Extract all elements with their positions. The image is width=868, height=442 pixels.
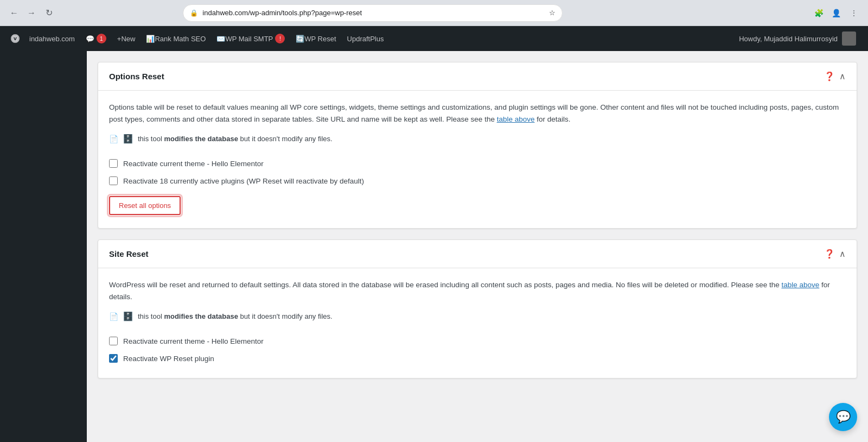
options-reset-checkbox-plugins[interactable] — [109, 176, 118, 185]
forward-button[interactable]: → — [24, 5, 39, 21]
site-reset-help-icon[interactable]: ❓ — [824, 249, 835, 259]
site-reset-description: WordPress will be reset and returned to … — [109, 279, 846, 302]
options-reset-card: Options Reset ❓ ∧ Options table will be … — [98, 62, 857, 229]
options-reset-checkbox-plugins-row: Reactivate 18 currently active plugins (… — [109, 172, 846, 190]
options-reset-body: Options table will be reset to default v… — [98, 91, 857, 228]
admin-bar-comments[interactable]: 💬 1 — [80, 26, 112, 51]
site-reset-checkbox-theme-row: Reactivate current theme - Hello Element… — [109, 332, 846, 350]
user-avatar — [842, 31, 856, 46]
admin-bar-user: Howdy, Mujaddid Halimurrosyid — [733, 31, 861, 46]
options-reset-title: Options Reset — [109, 72, 164, 81]
reload-button[interactable]: ↻ — [41, 5, 56, 21]
reset-all-options-button[interactable]: Reset all options — [109, 196, 181, 215]
site-reset-checkbox-theme-label: Reactivate current theme - Hello Element… — [123, 337, 264, 345]
back-button[interactable]: ← — [7, 5, 22, 21]
chat-bubble[interactable]: 💬 — [829, 403, 857, 431]
options-reset-table-link[interactable]: table above — [497, 115, 535, 123]
site-document-icon: 📄 — [109, 312, 118, 321]
options-reset-checkbox-theme-row: Reactivate current theme - Hello Element… — [109, 155, 846, 172]
browser-actions: 🧩 👤 ⋮ — [812, 5, 861, 21]
site-reset-title: Site Reset — [109, 249, 149, 258]
browser-nav-buttons: ← → ↻ — [7, 5, 56, 21]
options-reset-help-icon[interactable]: ❓ — [824, 71, 835, 81]
admin-bar-wp-reset[interactable]: 🔄 WP Reset — [290, 26, 341, 51]
site-reset-body: WordPress will be reset and returned to … — [98, 268, 857, 378]
options-reset-checkbox-theme[interactable] — [109, 159, 118, 168]
options-reset-checkbox-theme-label: Reactivate current theme - Hello Element… — [123, 160, 264, 168]
options-reset-description: Options table will be reset to default v… — [109, 102, 846, 125]
wp-admin-bar: indahweb.com 💬 1 + New 📊 Rank Math SEO ✉… — [0, 26, 868, 51]
site-reset-header: Site Reset ❓ ∧ — [98, 240, 857, 268]
url-text: indahweb.com/wp-admin/tools.php?page=wp-… — [202, 9, 545, 17]
wp-logo[interactable] — [7, 26, 24, 51]
site-reset-checkbox-plugin-row: Reactivate WP Reset plugin — [109, 350, 846, 367]
site-database-icon: 🗄️ — [123, 311, 133, 321]
admin-bar-rank-math[interactable]: 📊 Rank Math SEO — [141, 26, 211, 51]
site-reset-collapse-icon[interactable]: ∧ — [839, 249, 846, 259]
options-reset-checkbox-plugins-label: Reactivate 18 currently active plugins (… — [123, 177, 364, 185]
database-icon: 🗄️ — [123, 134, 133, 144]
site-reset-checkbox-theme[interactable] — [109, 337, 118, 345]
menu-button[interactable]: ⋮ — [846, 5, 861, 21]
document-icon: 📄 — [109, 135, 118, 143]
admin-bar-new[interactable]: + New — [112, 26, 141, 51]
profile-button[interactable]: 👤 — [829, 5, 844, 21]
site-reset-checkbox-plugin-label: Reactivate WP Reset plugin — [123, 355, 214, 363]
wp-content-area: Options Reset ❓ ∧ Options table will be … — [87, 51, 868, 442]
browser-chrome: ← → ↻ 🔒 indahweb.com/wp-admin/tools.php?… — [0, 0, 868, 26]
admin-bar-updraft[interactable]: UpdraftPlus — [342, 26, 390, 51]
site-reset-table-link[interactable]: table above — [781, 281, 819, 289]
wp-mail-badge: ! — [275, 34, 285, 43]
site-reset-card: Site Reset ❓ ∧ WordPress will be reset a… — [98, 239, 857, 378]
admin-bar-wp-mail[interactable]: ✉️ WP Mail SMTP ! — [211, 26, 290, 51]
site-reset-header-actions: ❓ ∧ — [824, 249, 846, 259]
site-reset-tool-notice: 📄 🗄️ this tool modifies the database but… — [109, 311, 846, 321]
options-reset-tool-notice: 📄 🗄️ this tool modifies the database but… — [109, 134, 846, 144]
options-reset-button-container: Reset all options — [109, 190, 846, 217]
options-reset-header: Options Reset ❓ ∧ — [98, 62, 857, 91]
extensions-button[interactable]: 🧩 — [812, 5, 827, 21]
chat-icon: 💬 — [836, 410, 851, 424]
comment-badge: 1 — [97, 34, 106, 43]
options-reset-header-actions: ❓ ∧ — [824, 71, 846, 81]
bookmark-icon[interactable]: ☆ — [549, 9, 556, 17]
wp-sidebar — [0, 51, 87, 442]
address-bar[interactable]: 🔒 indahweb.com/wp-admin/tools.php?page=w… — [183, 4, 563, 22]
security-icon: 🔒 — [190, 9, 198, 17]
site-reset-checkbox-plugin[interactable] — [109, 354, 118, 363]
options-reset-collapse-icon[interactable]: ∧ — [839, 71, 846, 81]
wp-main-layout: Options Reset ❓ ∧ Options table will be … — [0, 51, 868, 442]
admin-bar-site[interactable]: indahweb.com — [24, 26, 80, 51]
